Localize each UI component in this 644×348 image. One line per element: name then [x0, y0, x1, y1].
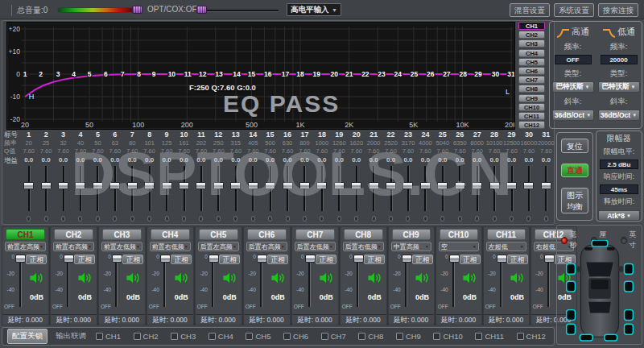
- slider-handle[interactable]: [109, 182, 120, 189]
- fader-handle[interactable]: [544, 255, 555, 263]
- eq-band-slider[interactable]: [244, 166, 261, 224]
- output-link-checkbox-ch3[interactable]: CH3: [171, 332, 196, 341]
- slider-track[interactable]: [455, 166, 465, 211]
- slider-track[interactable]: [58, 166, 68, 211]
- eq-band-slider[interactable]: [158, 166, 175, 224]
- fader-track[interactable]: [500, 255, 502, 307]
- output-link-checkbox-ch9[interactable]: CH9: [396, 332, 421, 341]
- eq-band-slider[interactable]: [89, 166, 106, 224]
- slider-handle[interactable]: [23, 182, 34, 189]
- output-link-checkbox-ch8[interactable]: CH8: [358, 332, 383, 341]
- eq-band-slider[interactable]: [210, 166, 227, 224]
- mute-button[interactable]: [510, 264, 525, 288]
- fader-track[interactable]: [357, 255, 359, 307]
- eq-band-slider[interactable]: [227, 166, 244, 224]
- graphic-eq-button[interactable]: 图示 均衡: [561, 188, 588, 213]
- phase-button[interactable]: 正相: [364, 255, 385, 264]
- channel-fader[interactable]: [112, 253, 122, 311]
- input-mode-select[interactable]: 高电平输入 ▼: [287, 3, 341, 16]
- slider-track[interactable]: [127, 166, 138, 211]
- phase-button[interactable]: 正相: [316, 255, 336, 264]
- eq-band-slider[interactable]: [365, 166, 382, 224]
- source-select[interactable]: 后置左低频▼: [295, 242, 336, 251]
- slider-track[interactable]: [144, 166, 155, 211]
- channel-tab-ch12[interactable]: CH12: [518, 121, 545, 129]
- fader-handle[interactable]: [497, 255, 507, 263]
- eq-band-slider[interactable]: [37, 166, 54, 224]
- slider-track[interactable]: [109, 166, 120, 211]
- mute-button[interactable]: [77, 264, 93, 288]
- output-link-checkbox-ch5[interactable]: CH5: [246, 332, 270, 341]
- hp-freq-value[interactable]: OFF: [555, 55, 592, 64]
- channel-fader[interactable]: [257, 253, 267, 311]
- mixer-settings-button[interactable]: 混音设置: [510, 3, 550, 17]
- slider-track[interactable]: [437, 166, 448, 211]
- channel-tab-ch6[interactable]: CH6: [518, 67, 545, 75]
- opt-cox-slider-track[interactable]: [201, 10, 279, 12]
- slider-handle[interactable]: [523, 182, 534, 189]
- slider-track[interactable]: [75, 166, 85, 211]
- channel-fader[interactable]: [15, 253, 26, 311]
- lp-freq-value[interactable]: 20000: [601, 55, 638, 64]
- slider-handle[interactable]: [386, 182, 396, 189]
- fader-track[interactable]: [405, 255, 407, 307]
- slider-track[interactable]: [196, 166, 206, 211]
- slider-track[interactable]: [523, 166, 534, 211]
- slider-handle[interactable]: [420, 182, 431, 189]
- eq-band-slider[interactable]: [106, 166, 123, 224]
- slider-handle[interactable]: [506, 182, 517, 189]
- output-link-checkbox-ch1[interactable]: CH1: [96, 332, 121, 341]
- eq-band-slider[interactable]: [469, 166, 485, 224]
- slider-handle[interactable]: [41, 182, 52, 189]
- slider-handle[interactable]: [93, 182, 103, 189]
- channel-select-button[interactable]: CH8: [344, 229, 383, 240]
- fader-handle[interactable]: [402, 255, 412, 263]
- slider-track[interactable]: [213, 166, 224, 211]
- fader-handle[interactable]: [257, 255, 267, 263]
- slider-handle[interactable]: [472, 182, 482, 189]
- output-link-checkbox-ch2[interactable]: CH2: [134, 332, 159, 341]
- eq-band-slider[interactable]: [348, 166, 365, 224]
- output-link-checkbox-ch7[interactable]: CH7: [321, 332, 346, 341]
- slider-handle[interactable]: [162, 182, 172, 189]
- phase-button[interactable]: 正相: [26, 255, 47, 264]
- slider-handle[interactable]: [541, 182, 551, 189]
- phase-button[interactable]: 正相: [412, 255, 433, 264]
- slider-handle[interactable]: [402, 182, 413, 189]
- search-connect-button[interactable]: 搜索连接: [598, 3, 638, 17]
- slider-handle[interactable]: [316, 182, 327, 189]
- slider-handle[interactable]: [334, 182, 345, 189]
- channel-fader[interactable]: [497, 253, 507, 311]
- eq-band-slider[interactable]: [503, 166, 520, 224]
- mute-button[interactable]: [174, 264, 189, 288]
- slider-handle[interactable]: [299, 182, 310, 189]
- fader-track[interactable]: [19, 255, 22, 307]
- source-select[interactable]: 中置高频▼: [391, 242, 431, 251]
- fader-handle[interactable]: [112, 255, 122, 263]
- output-link-checkbox-ch11[interactable]: CH11: [475, 332, 504, 341]
- eq-band-slider[interactable]: [331, 166, 348, 224]
- fader-track[interactable]: [212, 255, 214, 307]
- channel-select-button[interactable]: CH11: [487, 229, 526, 240]
- channel-tab-ch8[interactable]: CH8: [518, 85, 545, 93]
- fader-track[interactable]: [163, 255, 166, 307]
- slider-track[interactable]: [489, 166, 500, 211]
- channel-fader[interactable]: [208, 253, 219, 311]
- channel-tab-ch10[interactable]: CH10: [518, 103, 545, 111]
- lp-slope-select[interactable]: 36dB/Oct ▼: [598, 110, 640, 121]
- fader-handle[interactable]: [449, 255, 460, 263]
- slider-track[interactable]: [541, 166, 551, 211]
- slider-track[interactable]: [265, 166, 275, 211]
- fader-handle[interactable]: [353, 255, 364, 263]
- phase-button[interactable]: 正相: [74, 255, 95, 264]
- channel-tab-ch3[interactable]: CH3: [518, 39, 545, 48]
- slider-handle[interactable]: [369, 182, 379, 189]
- eq-band-slider[interactable]: [262, 166, 279, 224]
- eq-band-slider[interactable]: [485, 166, 502, 224]
- channel-tab-ch1[interactable]: CH1: [518, 22, 545, 30]
- car-top-view[interactable]: [559, 240, 640, 342]
- slider-handle[interactable]: [213, 182, 224, 189]
- channel-fader[interactable]: [305, 253, 316, 311]
- channel-select-button[interactable]: CH5: [199, 229, 238, 240]
- channel-select-button[interactable]: CH9: [392, 229, 431, 240]
